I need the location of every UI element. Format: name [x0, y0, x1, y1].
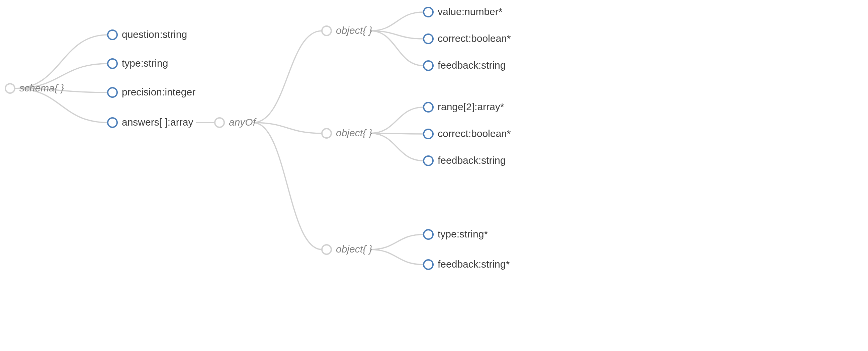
tree-node-obj1[interactable]: object{ } [322, 25, 372, 36]
leaf-node-icon [424, 156, 433, 166]
tree-link [15, 88, 108, 123]
tree-link [370, 31, 424, 66]
tree-node-answers[interactable]: answers[ ]:array [108, 117, 193, 127]
node-label: correct:boolean* [438, 33, 511, 44]
leaf-node-icon [424, 34, 433, 43]
tree-node-root[interactable]: schema{ } [5, 82, 64, 93]
tree-node-o1feedback[interactable]: feedback:string [424, 60, 506, 71]
tree-node-o3feedback[interactable]: feedback:string* [424, 259, 509, 270]
tree-link [253, 123, 322, 250]
tree-link [15, 35, 108, 88]
tree-link [370, 234, 424, 250]
tree-node-obj3[interactable]: object{ } [322, 243, 372, 255]
node-label: feedback:string* [438, 259, 509, 270]
tree-link [370, 12, 424, 31]
node-label: feedback:string [438, 155, 506, 166]
node-label: type:string* [438, 228, 488, 239]
leaf-node-icon [424, 129, 433, 139]
node-label: object{ } [336, 243, 372, 255]
node-label: schema{ } [20, 82, 64, 93]
node-label: type:string [122, 58, 168, 69]
leaf-node-icon [108, 59, 117, 68]
node-label: object{ } [336, 127, 372, 138]
schema-tree-diagram: schema{ }question:stringtype:stringpreci… [0, 0, 868, 351]
leaf-node-icon [424, 103, 433, 112]
tree-link [370, 107, 424, 133]
tree-node-o2feedback[interactable]: feedback:string [424, 155, 506, 166]
tree-node-o1correct[interactable]: correct:boolean* [424, 33, 511, 44]
branch-node-icon [322, 128, 331, 138]
branch-node-icon [215, 118, 224, 127]
node-label: range[2]:array* [438, 101, 504, 112]
tree-link [370, 133, 424, 161]
node-label: question:string [122, 29, 187, 40]
tree-link [370, 250, 424, 265]
branch-node-icon [5, 84, 15, 93]
tree-node-precision[interactable]: precision:integer [108, 86, 195, 97]
tree-link [253, 31, 322, 123]
leaf-node-icon [108, 88, 117, 97]
tree-link [253, 123, 322, 133]
node-label: correct:boolean* [438, 128, 511, 139]
node-label: value:number* [438, 6, 503, 17]
node-label: answers[ ]:array [122, 117, 193, 127]
node-label: precision:integer [122, 86, 195, 97]
node-label: anyOf [229, 117, 257, 127]
links-layer [15, 12, 424, 265]
leaf-node-icon [108, 30, 117, 39]
tree-node-o2correct[interactable]: correct:boolean* [424, 128, 511, 139]
leaf-node-icon [424, 61, 433, 70]
tree-node-type[interactable]: type:string [108, 58, 168, 69]
leaf-node-icon [108, 118, 117, 127]
nodes-layer: schema{ }question:stringtype:stringpreci… [5, 6, 511, 270]
node-label: feedback:string [438, 60, 506, 71]
leaf-node-icon [424, 230, 433, 239]
tree-node-obj2[interactable]: object{ } [322, 127, 372, 138]
tree-node-question[interactable]: question:string [108, 29, 187, 40]
leaf-node-icon [424, 260, 433, 269]
tree-node-o1value[interactable]: value:number* [424, 6, 503, 17]
branch-node-icon [322, 245, 331, 254]
node-label: object{ } [336, 25, 372, 36]
branch-node-icon [322, 26, 331, 35]
tree-node-anyOf[interactable]: anyOf [215, 117, 257, 127]
leaf-node-icon [424, 7, 433, 17]
tree-node-o3type[interactable]: type:string* [424, 228, 488, 239]
tree-node-o2range[interactable]: range[2]:array* [424, 101, 504, 112]
